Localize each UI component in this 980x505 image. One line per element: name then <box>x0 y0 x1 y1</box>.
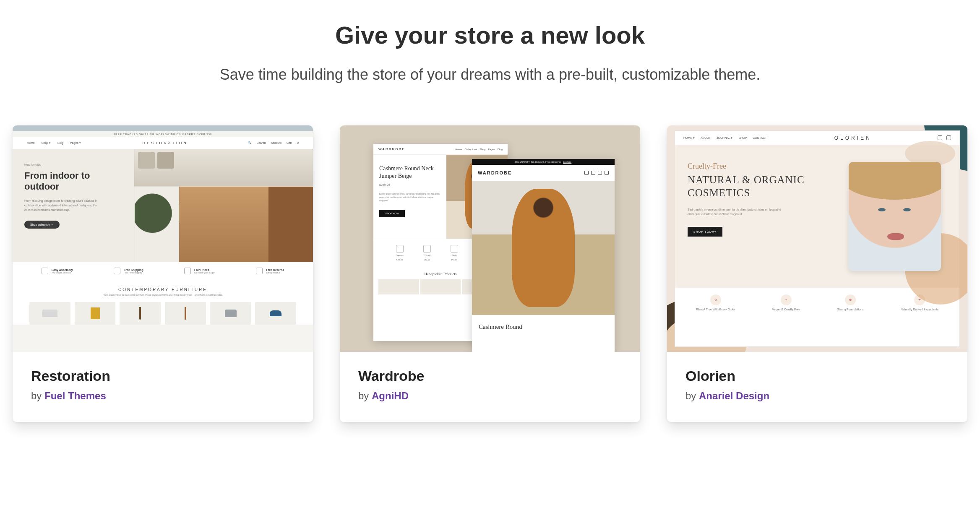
theme-card-wardrobe[interactable]: WARDROBE HomeCollectionsShopPagesBlog Ca… <box>340 125 640 422</box>
theme-cards: FREE TRACKED SHIPPING WORLDWIDE ON ORDER… <box>13 125 967 422</box>
rest-feat-3: Free ReturnsSimply return it <box>256 268 284 274</box>
rest-hero-image <box>134 149 313 262</box>
bag-icon <box>946 135 951 140</box>
rest-prod-sofa <box>29 302 70 325</box>
wardrobe-mobile-logo: WARDROBE <box>478 170 512 175</box>
olorien-feat-1: ❧Vegan & Cruelty Free <box>772 294 800 311</box>
rest-products <box>13 302 313 325</box>
rest-feat-2: Fair PricesNo matter your budget <box>184 268 215 274</box>
heart-icon <box>598 171 602 175</box>
wardrobe-hero-button: SHOP NOW <box>379 210 405 217</box>
rest-prod-stool <box>120 302 161 325</box>
theme-name-olorien: Olorien <box>685 368 949 384</box>
by-label: by <box>358 390 372 401</box>
olorien-hero-text: Sed gravida viverra condimentum turpis d… <box>688 207 784 217</box>
tshirt-icon <box>423 245 431 252</box>
wardrobe-nav: HomeCollectionsShopPagesBlog <box>453 148 503 151</box>
rest-collection-sub: From glam vibes to laid-back comfort, th… <box>13 294 313 302</box>
olorien-feat-2: ⬢Strong Formulations <box>837 294 864 311</box>
tag-icon <box>184 268 191 274</box>
wardrobe-announce: Use 20%OFF for discount. Free shipping. … <box>472 159 615 165</box>
rest-prod-cabinet <box>75 302 116 325</box>
theme-card-olorien[interactable]: HOME ▾ABOUTJOURNAL ▾SHOPCONTACT OLORIEN … <box>667 125 967 422</box>
olorien-logo: OLORIEN <box>834 135 872 141</box>
rest-hero-title: From indoor to outdoor <box>24 170 122 193</box>
return-icon <box>256 268 263 274</box>
box-icon <box>42 268 48 274</box>
wardrobe-hero-price: $249.00 <box>379 183 440 186</box>
user-icon <box>584 171 589 175</box>
wardrobe-mobile-mock: Use 20%OFF for discount. Free shipping. … <box>472 159 615 352</box>
olorien-icons <box>933 135 951 141</box>
olorien-hero-button: SHOP TODAY <box>688 227 722 237</box>
rest-collection-title: CONTEMPORARY FURNITURE <box>13 280 313 294</box>
leaf-icon: ❧ <box>781 294 792 305</box>
wardrobe-hero-desc: Lorem ipsum dolor sit amet, consetetur s… <box>379 192 440 202</box>
rest-new-label: New Arrivals <box>24 163 122 166</box>
search-icon <box>591 171 595 175</box>
theme-card-restoration[interactable]: FREE TRACKED SHIPPING WORLDWIDE ON ORDER… <box>13 125 313 422</box>
olorien-script-label: Cruelty-Free <box>688 162 817 171</box>
olorien-hero-title: NATURAL & ORGANIC COSMETICS <box>688 173 817 200</box>
rest-prod-armchair <box>255 302 296 325</box>
tree-icon: ✿ <box>710 294 721 305</box>
page-headline: Give your store a new look <box>13 21 967 49</box>
olorien-face-image <box>849 162 941 271</box>
vendor-link-agnihd[interactable]: AgniHD <box>372 390 409 401</box>
rest-prod-chair <box>165 302 206 325</box>
rest-nav-left: Home Shop ▾ Blog Pages ▾ <box>27 141 87 145</box>
truck-icon <box>114 268 120 274</box>
dress-icon <box>396 245 404 252</box>
rest-features: Easy AssemblyTwo people, one tool Free S… <box>13 262 313 280</box>
wardrobe-mobile-title: Cashmere Round <box>472 315 615 331</box>
by-label: by <box>31 390 44 401</box>
rest-logo: RESTORATION <box>143 141 188 145</box>
wardrobe-mobile-icons <box>582 169 609 177</box>
preview-wardrobe: WARDROBE HomeCollectionsShopPagesBlog Ca… <box>340 125 640 352</box>
rest-prod-bench <box>210 302 251 325</box>
hex-icon: ⬢ <box>845 294 856 305</box>
preview-restoration: FREE TRACKED SHIPPING WORLDWIDE ON ORDER… <box>13 125 313 352</box>
rest-hero-text: From rescuing design icons to creating f… <box>24 198 108 213</box>
vendor-link-fuel-themes[interactable]: Fuel Themes <box>44 390 106 401</box>
vendor-link-anariel-design[interactable]: Anariel Design <box>699 390 769 401</box>
bag-icon <box>605 171 609 175</box>
theme-name-wardrobe: Wardrobe <box>358 368 622 384</box>
rest-feat-0: Easy AssemblyTwo people, one tool <box>42 268 73 274</box>
page-subhead: Save time building the store of your dre… <box>13 66 967 83</box>
rest-feat-1: Free ShippingFast + free shipping <box>114 268 143 274</box>
skirt-icon <box>451 245 458 252</box>
rest-nav-right: 🔍 Search Account Cart 0 <box>244 141 299 145</box>
olorien-nav: HOME ▾ABOUTJOURNAL ▾SHOPCONTACT <box>683 136 773 140</box>
theme-name-restoration: Restoration <box>31 368 295 384</box>
heart-icon <box>938 135 942 140</box>
preview-olorien: HOME ▾ABOUTJOURNAL ▾SHOPCONTACT OLORIEN … <box>667 125 967 352</box>
wardrobe-mobile-image <box>472 181 615 315</box>
rest-announce: FREE TRACKED SHIPPING WORLDWIDE ON ORDER… <box>13 131 313 137</box>
wardrobe-logo: WARDROBE <box>378 147 405 151</box>
rest-hero-button: Shop collection → <box>24 221 60 229</box>
olorien-feat-0: ✿Plant A Tree With Every Order <box>696 294 735 311</box>
wardrobe-hero-title: Cashmere Round Neck Jumper Beige <box>379 165 440 180</box>
by-label: by <box>685 390 699 401</box>
